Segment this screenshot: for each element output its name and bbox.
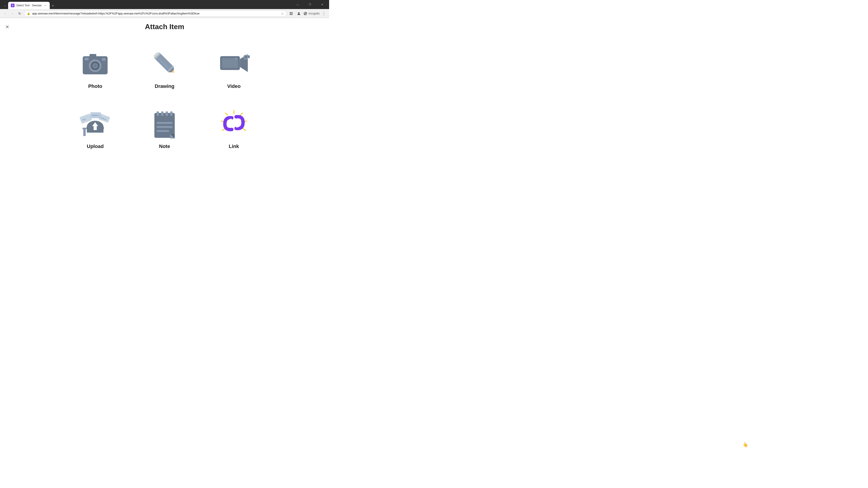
incognito-badge: Incognito [303,11,320,16]
note-item[interactable]: Note [132,103,197,154]
svg-point-27 [235,58,237,60]
lock-icon: 🔒 [27,12,30,15]
browser-toolbar: ‹ › ↻ 🔒 app.seesaw.me/#/item/new/message… [0,9,329,18]
incognito-label: Incognito [309,12,320,15]
drawing-label: Drawing [155,84,175,89]
page-content: × Attach Item [0,18,329,188]
tab-favicon: S [11,4,14,7]
star-icon[interactable]: ☆ [281,12,284,15]
svg-rect-42 [157,111,159,116]
svg-rect-45 [170,111,173,116]
toolbar-actions: Incognito ⋮ [288,10,327,17]
close-window-button[interactable]: ✕ [317,1,327,8]
photo-label: Photo [88,84,102,89]
note-label: Note [159,143,170,149]
tab-close-button[interactable]: × [43,4,47,7]
link-icon [218,107,250,139]
svg-line-57 [222,129,225,130]
photo-icon [79,47,111,79]
new-tab-button[interactable]: + [50,3,56,9]
url-text: app.seesaw.me/#/item/new/message?reloade… [32,12,279,15]
svg-rect-47 [157,126,173,128]
svg-line-55 [225,113,227,115]
svg-rect-1 [291,12,292,13]
drawing-icon [149,47,180,79]
forward-button[interactable]: › [9,10,16,17]
svg-point-4 [298,12,300,13]
page-header: × Attach Item [4,23,324,31]
link-label: Link [229,143,239,149]
refresh-button[interactable]: ↻ [16,10,23,17]
svg-point-11 [94,65,96,67]
svg-rect-43 [161,111,163,116]
svg-text:PHOTO: PHOTO [92,114,99,117]
restore-button[interactable]: ❐ [305,1,315,8]
photo-item[interactable]: Photo [63,43,128,94]
browser-chrome: ‹ S Select Tool - Seesaw × + — ❐ ✕ [0,0,329,9]
svg-rect-44 [166,111,168,116]
svg-point-23 [244,56,247,59]
address-bar[interactable]: 🔒 app.seesaw.me/#/item/new/message?reloa… [24,10,287,17]
note-icon [149,107,180,139]
upload-label: Upload [87,143,104,149]
upload-item[interactable]: FILE PHOTO VIDEO Uplo [63,103,128,154]
video-item[interactable]: Video [202,43,266,94]
link-item[interactable]: Link [202,103,266,154]
drawing-item[interactable]: Drawing [132,43,197,94]
menu-button[interactable]: ⋮ [320,10,327,17]
minimize-button[interactable]: — [292,1,303,8]
svg-point-25 [248,56,250,58]
svg-rect-46 [157,122,173,124]
tab-title: Select Tool - Seesaw [16,4,41,7]
video-icon [218,47,250,79]
window-controls: — ❐ ✕ [292,1,327,8]
extensions-button[interactable] [288,10,294,17]
nav-buttons: ‹ › ↻ [2,10,23,17]
close-page-button[interactable]: × [4,23,10,31]
svg-rect-35 [83,128,87,129]
svg-line-52 [240,113,242,115]
svg-rect-6 [90,54,96,57]
svg-rect-2 [290,14,291,15]
svg-rect-7 [85,58,89,60]
items-grid: Photo [63,38,266,158]
upload-icon: FILE PHOTO VIDEO [79,107,111,139]
svg-rect-3 [291,14,292,15]
tab-group-arrow[interactable]: ‹ [2,3,8,9]
svg-rect-0 [290,12,291,13]
back-button[interactable]: ‹ [2,10,8,17]
page-title: Attach Item [145,23,184,31]
active-tab[interactable]: S Select Tool - Seesaw × [8,2,50,9]
tab-strip: ‹ S Select Tool - Seesaw × + [2,0,56,9]
svg-line-54 [243,129,246,130]
profile-button[interactable] [296,10,302,17]
svg-rect-48 [157,130,169,132]
svg-rect-12 [102,58,105,61]
video-label: Video [227,84,241,89]
